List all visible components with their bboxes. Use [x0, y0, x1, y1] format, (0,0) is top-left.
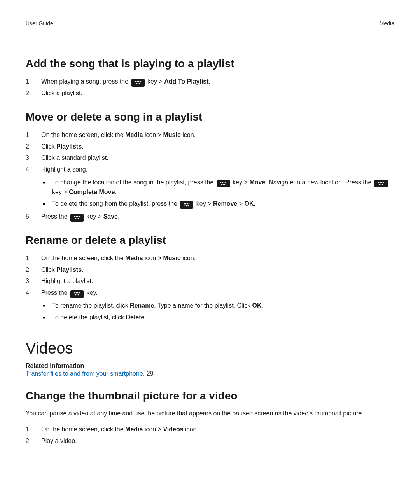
step: On the home screen, click the Media icon… [26, 254, 394, 263]
menu-key-icon [217, 180, 230, 187]
menu-key-icon [70, 290, 84, 298]
bullet: To delete the playlist, click Delete. [41, 313, 394, 322]
heading-move-delete-song: Move or delete a song in a playlist [26, 111, 394, 123]
step: Press the key > Save. [26, 212, 394, 222]
step: Highlight a playlist. [26, 276, 394, 286]
heading-rename-delete-playlist: Rename or delete a playlist [26, 234, 394, 247]
related-link[interactable]: Transfer files to and from your smartpho… [26, 370, 147, 377]
related-link-line: Transfer files to and from your smartpho… [26, 370, 394, 377]
bullet: To delete the song from the playlist, pr… [41, 199, 394, 209]
heading-change-thumbnail: Change the thumbnail picture for a video [26, 390, 394, 402]
menu-key-icon [374, 180, 388, 187]
step: When playing a song, press the key > Add… [26, 77, 394, 87]
step: Play a video. [26, 436, 394, 446]
step: Click Playlists. [26, 265, 394, 275]
header-left: User Guide [26, 20, 53, 26]
bullet: To change the location of the song in th… [41, 178, 394, 197]
menu-key-icon [180, 201, 193, 209]
related-link-page: 29 [147, 370, 154, 377]
thumbnail-para: You can pause a video at any time and us… [26, 409, 394, 418]
step: Click a playlist. [26, 89, 394, 98]
bullet: To rename the playlist, click Rename. Ty… [41, 301, 394, 311]
step: Click Playlists. [26, 142, 394, 152]
step: On the home screen, click the Media icon… [26, 425, 394, 434]
steps-rename-delete-playlist: On the home screen, click the Media icon… [26, 254, 394, 322]
step: Press the key. To rename the playlist, c… [26, 288, 394, 322]
related-info-heading: Related information [26, 362, 394, 369]
heading-videos: Videos [26, 340, 394, 357]
step: On the home screen, click the Media icon… [26, 130, 394, 140]
heading-add-song: Add the song that is playing to a playli… [26, 58, 394, 70]
steps-change-thumbnail: On the home screen, click the Media icon… [26, 425, 394, 446]
menu-key-icon [70, 214, 84, 222]
page-header: User Guide Media [26, 20, 394, 26]
sub-bullets: To change the location of the song in th… [41, 178, 394, 209]
steps-add-song: When playing a song, press the key > Add… [26, 77, 394, 98]
steps-move-delete-song: On the home screen, click the Media icon… [26, 130, 394, 222]
sub-bullets: To rename the playlist, click Rename. Ty… [41, 301, 394, 322]
step: Highlight a song. To change the location… [26, 165, 394, 209]
header-right: Media [380, 20, 394, 26]
step: Click a standard playlist. [26, 153, 394, 163]
menu-key-icon [131, 79, 145, 87]
